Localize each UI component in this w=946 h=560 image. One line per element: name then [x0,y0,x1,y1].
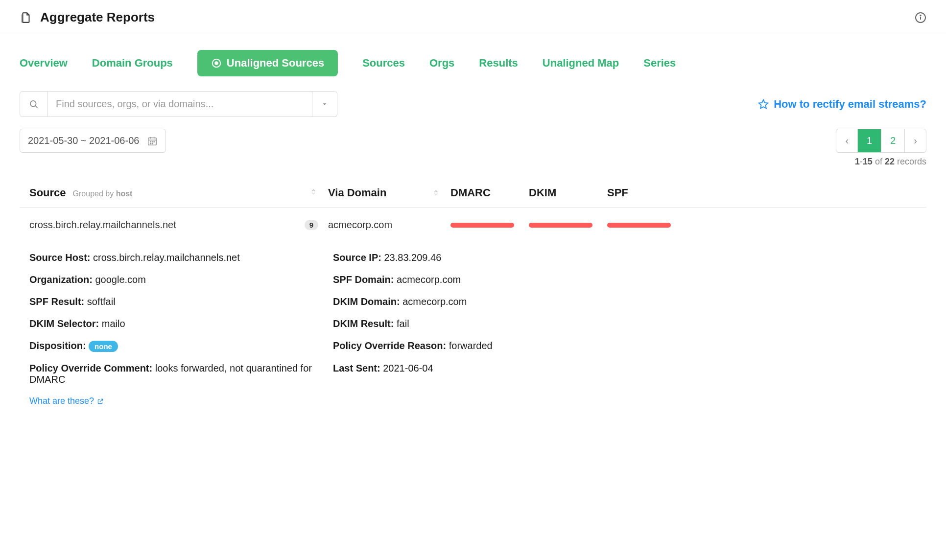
what-are-these-link[interactable]: What are these? [29,396,917,406]
page-title: Aggregate Reports [40,10,155,25]
tab-sources[interactable]: Sources [362,50,405,76]
col-header-source[interactable]: Source Grouped by host [29,187,328,199]
cell-source: cross.birch.relay.mailchannels.net 9 [29,219,328,231]
col-header-via-domain[interactable]: Via Domain [328,187,450,199]
col-header-dkim: DKIM [529,187,607,199]
pager-page-2[interactable]: 2 [881,129,905,152]
search-icon[interactable] [20,91,48,117]
svg-point-13 [152,141,153,142]
tab-domain-groups[interactable]: Domain Groups [92,50,173,76]
detail-dkim-result: DKIM Result: fail [333,318,917,329]
svg-point-5 [30,100,36,106]
tab-results[interactable]: Results [479,50,518,76]
cell-dmarc [450,223,529,228]
search-dropdown-toggle[interactable] [312,91,337,117]
date-range-picker[interactable]: 2021-05-30 ~ 2021-06-06 [20,129,166,153]
tab-series[interactable]: Series [643,50,676,76]
svg-point-14 [154,141,154,142]
svg-point-15 [150,143,151,143]
detail-spf-domain: SPF Domain: acmecorp.com [333,274,917,285]
table-header: Source Grouped by host Via Domain DMARC … [20,187,926,208]
sort-icon [309,187,318,196]
detail-dkim-selector: DKIM Selector: mailo [29,318,313,329]
count-badge: 9 [305,220,318,230]
dkim-bar [529,223,592,228]
star-icon [758,99,769,110]
disposition-badge: none [89,341,118,352]
detail-spf-result: SPF Result: softfail [29,296,313,307]
date-pager-row: 2021-05-30 ~ 2021-06-06 ‹ 1 2 › 1-15 of … [20,129,926,167]
tab-orgs[interactable]: Orgs [429,50,454,76]
pagination: ‹ 1 2 › [836,129,926,153]
external-link-icon [97,398,104,405]
spf-bar [607,223,671,228]
pager-prev[interactable]: ‹ [836,129,858,152]
svg-line-6 [35,105,38,108]
svg-point-12 [150,141,151,142]
page-header: Aggregate Reports [0,0,946,35]
search-group [20,91,337,117]
pager-next[interactable]: › [905,129,926,152]
detail-dkim-domain: DKIM Domain: acmecorp.com [333,296,917,307]
detail-policy-override-comment: Policy Override Comment: looks forwarded… [29,363,313,385]
svg-point-16 [152,143,153,143]
help-link-text: How to rectify email streams? [774,98,926,111]
tab-unaligned-map[interactable]: Unaligned Map [543,50,619,76]
dmarc-bar [450,223,514,228]
col-header-dmarc: DMARC [450,187,529,199]
cell-dkim [529,223,607,228]
tabs-nav: Overview Domain Groups Unaligned Sources… [20,50,926,76]
detail-last-sent: Last Sent: 2021-06-04 [333,363,917,385]
calendar-icon [147,136,158,146]
help-link[interactable]: How to rectify email streams? [758,98,926,111]
pagination-wrap: ‹ 1 2 › 1-15 of 22 records [836,129,926,167]
cell-via-domain: acmecorp.com [328,219,450,231]
controls-row: How to rectify email streams? [20,91,926,117]
info-icon[interactable] [915,12,926,23]
target-icon [211,58,222,69]
cell-spf [607,223,686,228]
detail-disposition: Disposition: none [29,340,313,352]
header-left: Aggregate Reports [20,10,155,25]
detail-organization: Organization: google.com [29,274,313,285]
main-container: Overview Domain Groups Unaligned Sources… [0,35,946,431]
svg-marker-7 [759,99,768,108]
tab-unaligned-sources[interactable]: Unaligned Sources [197,50,338,76]
col-header-spf: SPF [607,187,686,199]
document-icon [20,11,32,24]
tab-overview[interactable]: Overview [20,50,68,76]
date-range-text: 2021-05-30 ~ 2021-06-06 [28,135,139,146]
detail-policy-override-reason: Policy Override Reason: forwarded [333,340,917,352]
svg-point-2 [920,15,921,16]
svg-point-4 [215,62,218,65]
detail-source-ip: Source IP: 23.83.209.46 [333,252,917,263]
row-details: Source Host: cross.birch.relay.mailchann… [20,242,926,416]
table-row[interactable]: cross.birch.relay.mailchannels.net 9 acm… [20,208,926,242]
records-info: 1-15 of 22 records [836,157,926,167]
tab-label: Unaligned Sources [227,57,324,70]
sort-icon [432,188,441,197]
detail-source-host: Source Host: cross.birch.relay.mailchann… [29,252,313,263]
search-input[interactable] [48,91,312,117]
pager-page-1[interactable]: 1 [858,129,881,152]
